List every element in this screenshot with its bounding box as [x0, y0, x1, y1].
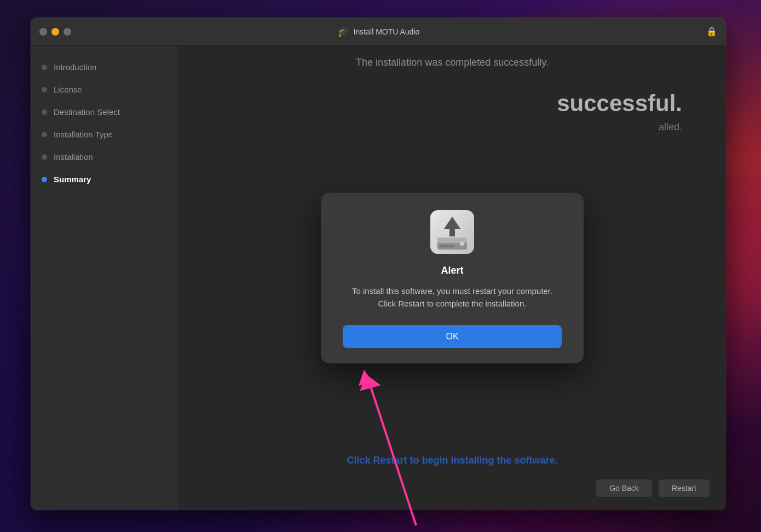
sidebar-item-introduction: Introduction — [42, 62, 168, 72]
installer-icon-svg — [430, 210, 474, 254]
minimize-button[interactable] — [51, 28, 59, 36]
sidebar-dot-installation-type — [42, 132, 47, 137]
sidebar-dot-destination — [42, 109, 47, 115]
dialog-message: To install this software, you must resta… — [343, 285, 562, 310]
maximize-button[interactable] — [64, 28, 71, 36]
svg-point-4 — [460, 241, 464, 246]
sidebar-item-installation: Installation — [42, 152, 168, 161]
sidebar-label-installation: Installation — [54, 152, 93, 161]
sidebar-label-destination: Destination Select — [54, 107, 120, 117]
window-title: 🎓 Install MOTU Audio — [337, 26, 420, 38]
traffic-lights — [39, 28, 71, 36]
sidebar-item-license: License — [42, 85, 168, 94]
lock-icon: 🔒 — [706, 26, 717, 37]
titlebar-title-text: Install MOTU Audio — [354, 27, 420, 36]
installer-window: 🎓 Install MOTU Audio 🔒 Introduction Lice… — [31, 18, 726, 510]
sidebar-item-destination: Destination Select — [42, 107, 168, 117]
close-button[interactable] — [39, 28, 47, 36]
sidebar-dot-summary — [42, 177, 47, 182]
sidebar-item-summary: Summary — [42, 175, 168, 184]
dialog-ok-button[interactable]: OK — [343, 325, 562, 348]
installer-icon-graphic — [430, 210, 474, 254]
sidebar-dot-installation — [42, 154, 47, 160]
sidebar-label-installation-type: Installation Type — [54, 130, 113, 139]
titlebar-icon: 🎓 — [337, 26, 349, 38]
sidebar-label-introduction: Introduction — [54, 62, 96, 72]
sidebar-label-summary: Summary — [54, 175, 91, 184]
dialog-overlay: Alert To install this software, you must… — [178, 46, 726, 510]
dialog-icon — [430, 210, 474, 254]
main-content: The installation was completed successfu… — [178, 46, 726, 510]
svg-rect-5 — [439, 245, 454, 247]
sidebar-label-license: License — [54, 85, 82, 94]
sidebar-dot-introduction — [42, 65, 47, 70]
titlebar: 🎓 Install MOTU Audio 🔒 — [31, 18, 726, 46]
content-area: Introduction License Destination Select … — [31, 46, 726, 510]
sidebar-dot-license — [42, 87, 47, 92]
sidebar: Introduction License Destination Select … — [31, 46, 178, 510]
dialog-title: Alert — [441, 265, 463, 276]
sidebar-item-installation-type: Installation Type — [42, 130, 168, 139]
alert-dialog: Alert To install this software, you must… — [321, 193, 584, 363]
